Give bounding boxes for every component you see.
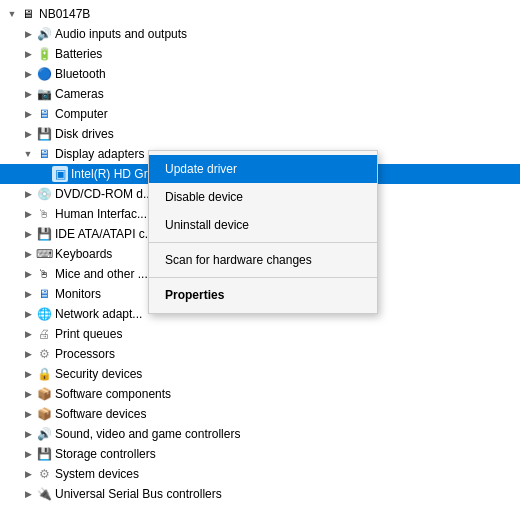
tree-item[interactable]: 💾Disk drives	[0, 124, 520, 144]
expand-btn[interactable]	[20, 346, 36, 362]
tree-item[interactable]: ⚙Processors	[0, 344, 520, 364]
item-label: Security devices	[55, 367, 142, 381]
item-icon: ▣	[52, 166, 68, 182]
expand-btn[interactable]	[20, 406, 36, 422]
item-icon: 💾	[36, 226, 52, 242]
expand-btn[interactable]	[20, 186, 36, 202]
expand-btn[interactable]	[20, 106, 36, 122]
item-icon: 🖱	[36, 206, 52, 222]
item-label: Disk drives	[55, 127, 114, 141]
item-icon: ⚙	[36, 466, 52, 482]
expand-btn[interactable]	[20, 326, 36, 342]
context-menu-item[interactable]: Update driver	[149, 155, 377, 183]
item-label: Batteries	[55, 47, 102, 61]
item-icon: 🖱	[36, 266, 52, 282]
expand-btn[interactable]	[20, 386, 36, 402]
item-label: DVD/CD-ROM d...	[55, 187, 153, 201]
expand-btn[interactable]	[20, 266, 36, 282]
context-menu-item[interactable]: Scan for hardware changes	[149, 246, 377, 274]
tree-item[interactable]: 🔒Security devices	[0, 364, 520, 384]
item-label: Processors	[55, 347, 115, 361]
item-icon: 🔌	[36, 486, 52, 502]
expand-btn[interactable]	[20, 446, 36, 462]
expand-btn[interactable]	[20, 146, 36, 162]
expand-root[interactable]	[4, 6, 20, 22]
tree-item[interactable]: 🔊Audio inputs and outputs	[0, 24, 520, 44]
context-menu-item[interactable]: Disable device	[149, 183, 377, 211]
tree-item[interactable]: 🔵Bluetooth	[0, 64, 520, 84]
item-icon: 🖥	[36, 106, 52, 122]
tree-item[interactable]: ⚙System devices	[0, 464, 520, 484]
tree-item[interactable]: 🔊Sound, video and game controllers	[0, 424, 520, 444]
item-icon: 🔋	[36, 46, 52, 62]
item-label: Display adapters	[55, 147, 144, 161]
item-label: Human Interfac...	[55, 207, 147, 221]
item-icon: 💿	[36, 186, 52, 202]
item-icon: 🖨	[36, 326, 52, 342]
item-label: Bluetooth	[55, 67, 106, 81]
item-icon: 🔊	[36, 426, 52, 442]
tree-item[interactable]: 📦Software components	[0, 384, 520, 404]
item-icon: ⚙	[36, 346, 52, 362]
expand-btn[interactable]	[20, 286, 36, 302]
item-label: Storage controllers	[55, 447, 156, 461]
item-icon: 💾	[36, 446, 52, 462]
item-icon: 🖥	[36, 146, 52, 162]
item-label: Cameras	[55, 87, 104, 101]
item-icon: ⌨	[36, 246, 52, 262]
item-icon: 📷	[36, 86, 52, 102]
expand-btn[interactable]	[20, 426, 36, 442]
expand-btn[interactable]	[20, 46, 36, 62]
item-icon: 🖥	[36, 286, 52, 302]
tree-item[interactable]: 🔌Universal Serial Bus controllers	[0, 484, 520, 504]
expand-btn[interactable]	[20, 466, 36, 482]
item-icon: 🔒	[36, 366, 52, 382]
tree-root[interactable]: 🖥 NB0147B	[0, 4, 520, 24]
item-label: Software components	[55, 387, 171, 401]
menu-separator	[149, 277, 377, 278]
expand-btn[interactable]	[20, 366, 36, 382]
item-label: IDE ATA/ATAPI c...	[55, 227, 155, 241]
item-label: Sound, video and game controllers	[55, 427, 240, 441]
context-menu-item[interactable]: Properties	[149, 281, 377, 309]
menu-separator	[149, 242, 377, 243]
item-label: Print queues	[55, 327, 122, 341]
expand-btn[interactable]	[20, 246, 36, 262]
expand-btn[interactable]	[20, 126, 36, 142]
context-menu-item[interactable]: Uninstall device	[149, 211, 377, 239]
expand-btn[interactable]	[20, 26, 36, 42]
item-icon: 🔊	[36, 26, 52, 42]
root-icon: 🖥	[20, 6, 36, 22]
item-label: Network adapt...	[55, 307, 142, 321]
item-label: Keyboards	[55, 247, 112, 261]
root-label: NB0147B	[39, 7, 90, 21]
tree-item[interactable]: 🔋Batteries	[0, 44, 520, 64]
expand-btn[interactable]	[20, 206, 36, 222]
item-icon: 🌐	[36, 306, 52, 322]
tree-item[interactable]: 🖥Computer	[0, 104, 520, 124]
item-label: Software devices	[55, 407, 146, 421]
item-icon: 📦	[36, 406, 52, 422]
item-label: Universal Serial Bus controllers	[55, 487, 222, 501]
item-label: Computer	[55, 107, 108, 121]
expand-btn[interactable]	[20, 86, 36, 102]
item-label: System devices	[55, 467, 139, 481]
expand-btn[interactable]	[20, 306, 36, 322]
tree-item[interactable]: 💾Storage controllers	[0, 444, 520, 464]
item-label: Monitors	[55, 287, 101, 301]
item-icon: 💾	[36, 126, 52, 142]
item-icon: 🔵	[36, 66, 52, 82]
item-label: Audio inputs and outputs	[55, 27, 187, 41]
context-menu: const cm = document.querySelector('.cont…	[148, 150, 378, 314]
expand-btn[interactable]	[20, 66, 36, 82]
tree-item[interactable]: 📦Software devices	[0, 404, 520, 424]
item-icon: 📦	[36, 386, 52, 402]
expand-btn[interactable]	[20, 486, 36, 502]
tree-item[interactable]: 🖨Print queues	[0, 324, 520, 344]
expand-btn[interactable]	[20, 226, 36, 242]
tree-item[interactable]: 📷Cameras	[0, 84, 520, 104]
item-label: Mice and other ...	[55, 267, 148, 281]
